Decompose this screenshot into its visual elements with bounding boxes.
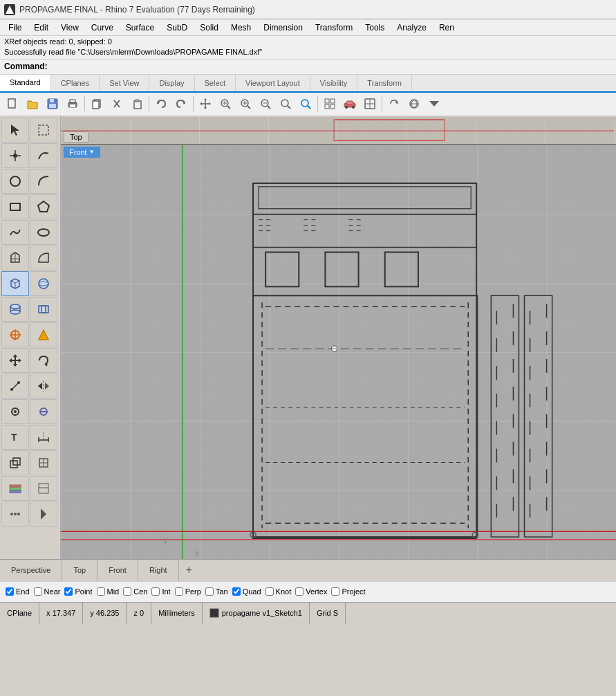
toolbar-rotate[interactable]	[384, 94, 404, 113]
menu-view[interactable]: View	[55, 21, 84, 34]
tab-add[interactable]: +	[179, 561, 199, 579]
tab-front[interactable]: Front	[97, 560, 138, 581]
tab-setview[interactable]: Set View	[100, 75, 149, 91]
toolbar-model-view[interactable]	[340, 94, 360, 113]
toolbar-undo[interactable]	[151, 94, 171, 113]
toolbar-pan[interactable]	[196, 94, 215, 113]
osnap-tan-checkbox[interactable]	[205, 587, 214, 596]
tool-rotate-3d[interactable]	[30, 348, 57, 373]
tool-text[interactable]: T	[1, 425, 29, 450]
osnap-project-checkbox[interactable]	[331, 587, 339, 596]
toolbar-display-mode[interactable]	[360, 94, 380, 113]
tool-gumball[interactable]	[30, 322, 57, 347]
menu-transform[interactable]: Transform	[310, 21, 358, 34]
tool-move[interactable]	[1, 348, 29, 373]
tool-block-ins[interactable]	[30, 450, 57, 475]
toolbar-zoom-window[interactable]	[276, 94, 295, 113]
tool-dimension[interactable]	[30, 425, 57, 450]
menu-curve[interactable]: Curve	[86, 21, 119, 34]
toolbar-save[interactable]	[43, 94, 62, 113]
tab-visibility[interactable]: Visibility	[310, 75, 358, 91]
tool-join[interactable]	[30, 399, 57, 424]
osnap-vertex-checkbox[interactable]	[295, 587, 304, 596]
tool-expand[interactable]	[30, 502, 57, 526]
tab-top[interactable]: Top	[62, 560, 97, 581]
tool-ellipse[interactable]	[30, 220, 57, 245]
front-viewport-label[interactable]: Front ▼	[64, 147, 100, 158]
svg-rect-36	[330, 99, 335, 103]
osnap-cen-checkbox[interactable]	[123, 587, 131, 596]
toolbar-redo[interactable]	[171, 94, 191, 113]
menu-mesh[interactable]: Mesh	[225, 21, 256, 34]
tool-arc[interactable]	[30, 169, 57, 194]
toolbar-viewport-grid[interactable]	[320, 94, 339, 113]
toolbar-open[interactable]	[23, 94, 42, 113]
tool-block[interactable]	[1, 450, 29, 475]
front-viewport[interactable]: Front ▼	[61, 145, 616, 559]
osnap-point-checkbox[interactable]	[64, 587, 73, 596]
toolbar-paste[interactable]	[127, 94, 147, 113]
tool-snap[interactable]	[1, 322, 29, 347]
menu-analyze[interactable]: Analyze	[391, 21, 432, 34]
osnap-point: Point	[64, 587, 92, 596]
tool-boolean[interactable]	[30, 297, 57, 322]
svg-rect-40	[346, 101, 353, 104]
tab-perspective[interactable]: Perspective	[0, 560, 62, 581]
menu-render[interactable]: Ren	[433, 21, 460, 34]
osnap-int: Int	[151, 587, 170, 596]
tool-mirror[interactable]	[30, 374, 57, 399]
toolbar-zoom-selected[interactable]	[296, 94, 315, 113]
toolbar-zoom-in[interactable]	[236, 94, 255, 113]
menu-subd[interactable]: SubD	[161, 21, 193, 34]
osnap-near-checkbox[interactable]	[34, 587, 42, 596]
tool-circle[interactable]	[1, 169, 29, 194]
osnap-int-checkbox[interactable]	[151, 587, 160, 596]
menu-solid[interactable]: Solid	[194, 21, 224, 34]
tool-layer[interactable]	[1, 476, 29, 501]
tool-polygon[interactable]	[30, 194, 57, 219]
menu-tools[interactable]: Tools	[360, 21, 390, 34]
tool-explode[interactable]	[1, 399, 29, 424]
osnap-knot-checkbox[interactable]	[265, 587, 274, 596]
toolbar-cut[interactable]	[107, 94, 127, 113]
tab-display[interactable]: Display	[149, 75, 194, 91]
tab-select[interactable]: Select	[195, 75, 236, 91]
toolbar-print[interactable]	[63, 94, 82, 113]
tool-select[interactable]	[1, 118, 29, 143]
toolbar-more[interactable]	[424, 94, 444, 113]
osnap-quad-checkbox[interactable]	[232, 587, 241, 596]
osnap-perp-checkbox[interactable]	[175, 587, 183, 596]
toolbar-new[interactable]	[3, 94, 22, 113]
tool-select-window[interactable]	[30, 118, 57, 143]
toolbar-extra[interactable]	[404, 94, 424, 113]
svg-rect-110	[39, 484, 48, 493]
toolbar-copy[interactable]	[87, 94, 106, 113]
tool-surface-edge[interactable]	[30, 246, 57, 271]
toolbar-zoom-extent[interactable]	[216, 94, 235, 113]
tab-standard[interactable]: Standard	[0, 75, 51, 91]
tool-surface-patch[interactable]	[1, 246, 29, 271]
tab-viewport-layout[interactable]: Viewport Layout	[236, 75, 310, 91]
tool-scale[interactable]	[1, 374, 29, 399]
tool-sphere[interactable]	[30, 271, 57, 296]
menu-edit[interactable]: Edit	[28, 21, 54, 34]
tab-cplanes[interactable]: CPlanes	[51, 75, 100, 91]
osnap-mid-checkbox[interactable]	[97, 587, 105, 596]
osnap-quad: Quad	[232, 587, 261, 596]
tool-more1[interactable]	[1, 502, 29, 526]
tool-cylinder[interactable]	[1, 297, 29, 322]
tool-box[interactable]	[1, 271, 29, 296]
tool-layer2[interactable]	[30, 476, 57, 501]
tool-curve[interactable]	[30, 143, 57, 168]
menu-file[interactable]: File	[3, 21, 27, 34]
tool-point[interactable]	[1, 143, 29, 168]
tab-right[interactable]: Right	[138, 560, 179, 581]
tool-freeform[interactable]	[1, 220, 29, 245]
osnap-end-checkbox[interactable]	[6, 587, 14, 596]
command-area[interactable]: Command:	[0, 59, 616, 75]
tool-rectangle[interactable]	[1, 194, 29, 219]
menu-surface[interactable]: Surface	[120, 21, 160, 34]
toolbar-zoom-out[interactable]	[256, 94, 275, 113]
tab-transform[interactable]: Transform	[357, 75, 412, 91]
menu-dimension[interactable]: Dimension	[258, 21, 308, 34]
